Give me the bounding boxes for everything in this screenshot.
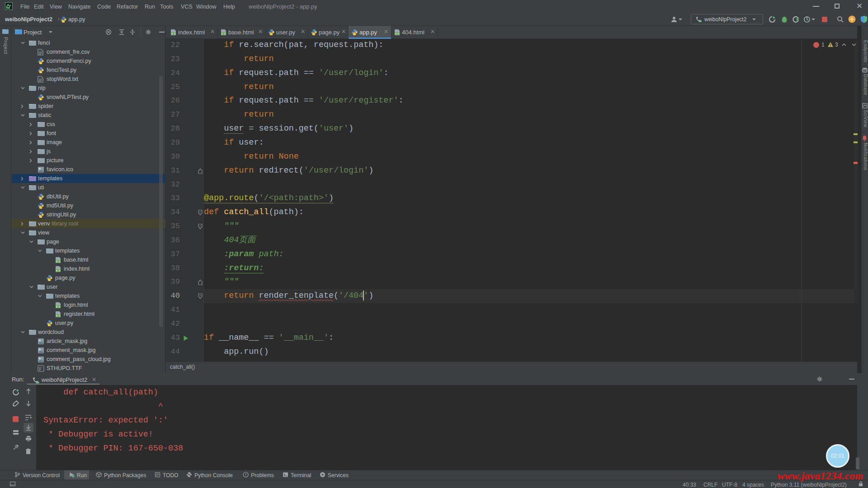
svg-text:F: F — [39, 366, 42, 371]
